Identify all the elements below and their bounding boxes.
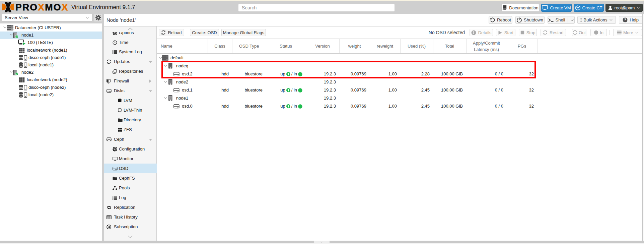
svg-text:?: ? [624,18,626,22]
